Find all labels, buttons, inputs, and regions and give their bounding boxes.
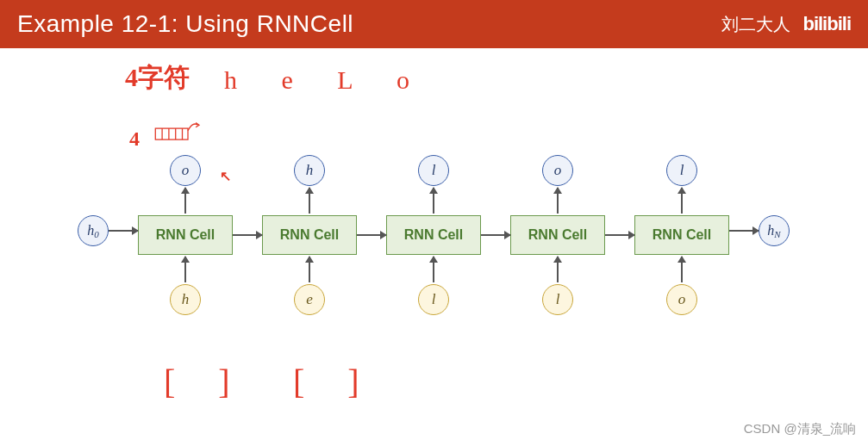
- input-node: l: [418, 284, 449, 315]
- arrow-up-icon: [433, 257, 434, 282]
- slide-title: Example 12-1: Using RNNCell: [17, 10, 353, 38]
- rnn-unit-2: l RNN Cell l: [386, 155, 481, 315]
- output-node: o: [170, 155, 201, 186]
- h-end-node: hN: [759, 215, 790, 246]
- h-end-group: hN: [729, 215, 790, 246]
- output-node: l: [666, 155, 697, 186]
- h-start-sub: 0: [94, 229, 99, 239]
- handwritten-label-chars: 4字符: [125, 60, 190, 96]
- input-node: l: [542, 284, 573, 315]
- rnn-cell: RNN Cell: [138, 215, 233, 255]
- header-right: 刘二大人 bilibili: [721, 13, 851, 36]
- handwritten-vector-box: [151, 121, 203, 143]
- h-start-group: h0: [78, 215, 138, 246]
- arrow-right-icon: [481, 234, 510, 236]
- bilibili-logo: bilibili: [802, 13, 851, 35]
- h-start-node: h0: [78, 215, 109, 246]
- watermark: CSDN @清泉_流响: [744, 421, 856, 437]
- handwritten-bracket-2: [ ]: [293, 362, 377, 402]
- input-node: o: [666, 284, 697, 315]
- arrow-right-icon: [357, 234, 386, 236]
- arrow-right-icon: [605, 234, 634, 236]
- handwritten-four: 4: [129, 127, 140, 151]
- input-node: e: [294, 284, 325, 315]
- arrow-up-icon: [433, 188, 434, 214]
- arrow-right-icon: [233, 234, 262, 236]
- rnn-cell: RNN Cell: [386, 215, 481, 255]
- arrow-right-icon: [109, 230, 138, 232]
- slide-header: Example 12-1: Using RNNCell 刘二大人 bilibil…: [0, 0, 868, 48]
- arrow-up-icon: [557, 257, 559, 282]
- arrow-up-icon: [309, 257, 310, 282]
- rnn-unit-3: o RNN Cell l: [510, 155, 605, 315]
- handwritten-letters: h e L o: [224, 65, 428, 95]
- rnn-cell: RNN Cell: [262, 215, 357, 255]
- rnn-cell: RNN Cell: [510, 215, 605, 255]
- arrow-up-icon: [557, 188, 559, 214]
- arrow-up-icon: [184, 257, 186, 282]
- output-node: l: [418, 155, 449, 186]
- h-start-symbol: h: [87, 223, 94, 238]
- arrow-up-icon: [309, 188, 310, 214]
- arrow-up-icon: [184, 188, 186, 214]
- rnn-unit-4: l RNN Cell o: [634, 155, 729, 315]
- input-node: h: [170, 284, 201, 315]
- arrow-up-icon: [681, 257, 683, 282]
- arrow-up-icon: [681, 188, 683, 214]
- output-node: o: [542, 155, 573, 186]
- rnn-cell: RNN Cell: [634, 215, 729, 255]
- svg-rect-0: [155, 128, 188, 139]
- arrow-right-icon: [729, 230, 759, 232]
- rnn-unit-1: h RNN Cell e: [262, 155, 357, 315]
- handwritten-bracket-1: [ ]: [164, 362, 247, 402]
- rnn-unit-0: o RNN Cell h: [138, 155, 233, 315]
- output-node: h: [294, 155, 325, 186]
- author-name: 刘二大人: [721, 13, 790, 36]
- h-end-sub: N: [774, 229, 780, 239]
- rnn-diagram: h0 o RNN Cell h h RNN Cell e l RNN Cell …: [78, 155, 836, 362]
